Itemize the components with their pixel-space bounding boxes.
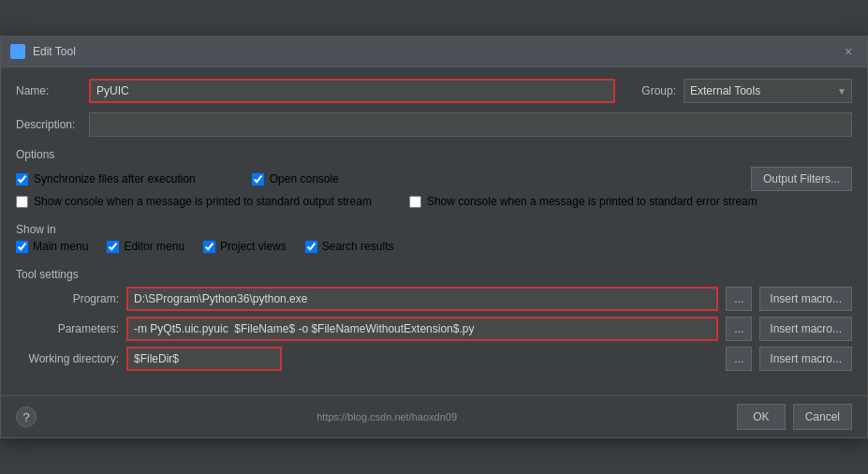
open-console-group: Open console xyxy=(252,172,339,185)
main-menu-checkbox[interactable] xyxy=(16,241,28,253)
program-row: Program: ... Insert macro... xyxy=(16,287,852,311)
options-section: Options Synchronize files after executio… xyxy=(16,146,852,208)
show-console-stdout-label: Show console when a message is printed t… xyxy=(34,195,372,208)
title-bar: Edit Tool × xyxy=(1,37,867,67)
cancel-button[interactable]: Cancel xyxy=(793,404,852,430)
open-console-checkbox[interactable] xyxy=(252,173,264,185)
name-group-row: Name: Group: External Tools ▼ xyxy=(16,79,852,103)
description-label: Description: xyxy=(16,118,81,131)
svg-rect-2 xyxy=(13,52,17,56)
search-results-group: Search results xyxy=(305,240,394,253)
description-input[interactable] xyxy=(89,112,852,137)
watermark: https://blog.csdn.net/haoxdn09 xyxy=(316,411,457,422)
app-icon xyxy=(10,44,25,59)
output-filters-wrapper: Output Filters... xyxy=(751,167,852,191)
main-menu-group: Main menu xyxy=(16,240,88,253)
working-dir-label: Working directory: xyxy=(16,352,119,365)
dialog-content: Name: Group: External Tools ▼ Descriptio… xyxy=(1,67,867,388)
group-row: Group: External Tools ▼ xyxy=(641,79,852,103)
project-views-group: Project views xyxy=(203,240,287,253)
parameters-input[interactable] xyxy=(126,317,718,341)
group-label: Group: xyxy=(641,84,676,97)
show-in-section: Show in Main menu Editor menu Project vi… xyxy=(16,221,852,253)
working-dir-macro-button[interactable]: Insert macro... xyxy=(759,347,852,371)
parameters-label: Parameters: xyxy=(16,322,119,335)
action-buttons: OK Cancel xyxy=(737,404,852,430)
svg-rect-3 xyxy=(19,52,22,56)
working-dir-dots-button[interactable]: ... xyxy=(726,347,752,371)
options-header: Options xyxy=(16,148,852,161)
options-grid: Synchronize files after execution Open c… xyxy=(16,167,852,208)
title-bar-left: Edit Tool xyxy=(10,44,76,59)
svg-rect-0 xyxy=(13,47,17,51)
close-button[interactable]: × xyxy=(839,42,858,61)
show-console-stderr-group: Show console when a message is printed t… xyxy=(409,195,758,208)
show-in-header: Show in xyxy=(16,223,852,236)
main-menu-label: Main menu xyxy=(33,240,88,253)
options-row-2: Show console when a message is printed t… xyxy=(16,195,852,208)
name-label: Name: xyxy=(16,84,81,97)
open-console-label: Open console xyxy=(270,172,339,185)
sync-files-group: Synchronize files after execution xyxy=(16,172,196,185)
project-views-label: Project views xyxy=(220,240,287,253)
editor-menu-group: Editor menu xyxy=(107,240,184,253)
program-macro-button[interactable]: Insert macro... xyxy=(759,287,852,311)
show-console-stderr-label: Show console when a message is printed t… xyxy=(427,195,758,208)
group-select[interactable]: External Tools xyxy=(684,79,852,103)
show-in-row: Main menu Editor menu Project views Sear… xyxy=(16,240,852,253)
parameters-macro-button[interactable]: Insert macro... xyxy=(759,317,852,341)
svg-rect-1 xyxy=(19,47,22,51)
show-console-stdout-checkbox[interactable] xyxy=(16,196,28,208)
output-filters-button[interactable]: Output Filters... xyxy=(751,167,852,191)
search-results-label: Search results xyxy=(322,240,394,253)
tool-settings-header: Tool settings xyxy=(16,268,852,281)
bottom-bar: ? https://blog.csdn.net/haoxdn09 OK Canc… xyxy=(1,395,867,437)
working-dir-row: Working directory: ... Insert macro... xyxy=(16,347,852,371)
ok-button[interactable]: OK xyxy=(737,404,785,430)
help-button[interactable]: ? xyxy=(16,407,37,427)
program-label: Program: xyxy=(16,292,119,305)
editor-menu-checkbox[interactable] xyxy=(107,241,119,253)
parameters-row: Parameters: ... Insert macro... xyxy=(16,317,852,341)
program-dots-button[interactable]: ... xyxy=(726,287,752,311)
dialog-title: Edit Tool xyxy=(33,45,76,58)
show-console-stderr-checkbox[interactable] xyxy=(409,196,421,208)
edit-tool-dialog: Edit Tool × Name: Group: External Tools … xyxy=(0,36,868,438)
working-dir-input[interactable] xyxy=(126,347,282,371)
description-row: Description: xyxy=(16,112,852,137)
editor-menu-label: Editor menu xyxy=(124,240,184,253)
program-input[interactable] xyxy=(126,287,718,311)
options-row-1: Synchronize files after execution Open c… xyxy=(16,167,852,191)
sync-files-checkbox[interactable] xyxy=(16,173,28,185)
project-views-checkbox[interactable] xyxy=(203,241,215,253)
tool-settings-section: Tool settings Program: ... Insert macro.… xyxy=(16,266,852,377)
group-select-wrapper: External Tools ▼ xyxy=(684,79,852,103)
search-results-checkbox[interactable] xyxy=(305,241,317,253)
parameters-dots-button[interactable]: ... xyxy=(726,317,752,341)
name-input[interactable] xyxy=(89,79,615,103)
sync-files-label: Synchronize files after execution xyxy=(34,172,196,185)
show-console-stdout-group: Show console when a message is printed t… xyxy=(16,195,372,208)
